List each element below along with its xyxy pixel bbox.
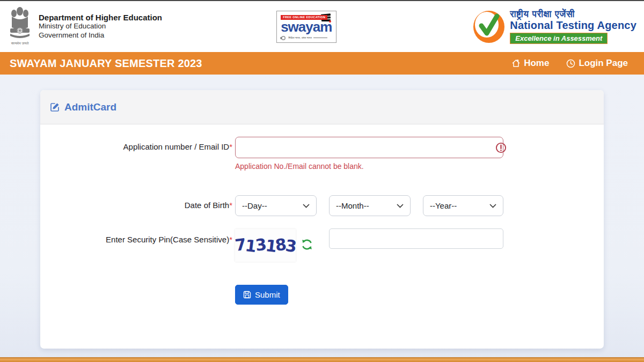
admit-card-title: AdmitCard	[64, 101, 116, 113]
application-number-input[interactable]	[235, 137, 503, 158]
nav-link-login-page[interactable]: Login Page	[566, 58, 628, 69]
nta-logo-block: राष्ट्रीय परीक्षा एजेंसी National Testin…	[472, 9, 636, 44]
captcha-image: 713183	[235, 229, 296, 262]
security-pin-input[interactable]	[329, 228, 503, 249]
nta-hindi-title: राष्ट्रीय परीक्षा एजेंसी	[510, 9, 575, 20]
india-emblem-icon: सत्यमेव जयते	[8, 6, 32, 48]
nav-link-home[interactable]: Home	[511, 58, 549, 69]
country-title: Government of India	[39, 31, 162, 40]
nav-link-home-label: Home	[524, 58, 549, 69]
nta-banner: Excellence in Assessment	[510, 33, 608, 44]
day-select-value: --Day--	[242, 201, 267, 210]
swayam-tagline: शिक्षित भारत, उन्नत भारत	[288, 36, 312, 40]
nta-titles: राष्ट्रीय परीक्षा एजेंसी National Testin…	[510, 9, 636, 44]
dept-title: Department of Higher Education	[39, 13, 162, 22]
bottom-orange-bar	[0, 357, 644, 362]
security-pin-label: Enter Security Pin(Case Sensitive)*	[40, 235, 232, 244]
nav-link-login-label: Login Page	[579, 58, 628, 69]
chevron-down-icon	[489, 204, 496, 208]
pin-required-mark: *	[229, 235, 232, 244]
edit-icon	[50, 102, 60, 112]
save-icon	[243, 291, 251, 299]
year-select-value: --Year--	[430, 201, 457, 210]
navbar: SWAYAM JANUARY SEMESTER 2023 Home Login …	[0, 52, 644, 75]
security-pin-label-text: Enter Security Pin(Case Sensitive)	[106, 235, 229, 244]
application-error-message: Application No./Email cannot be blank.	[235, 162, 364, 171]
dob-required-mark: *	[229, 201, 232, 210]
svg-text:सत्यमेव जयते: सत्यमेव जयते	[11, 41, 30, 45]
nta-english-title: National Testing Agency	[510, 19, 636, 32]
government-logo-block: सत्यमेव जयते Department of Higher Educat…	[8, 6, 162, 48]
swayam-wordmark: swayam	[281, 19, 332, 35]
ministry-title: Ministry of Education	[39, 22, 162, 31]
refresh-captcha-icon[interactable]	[301, 239, 313, 250]
navbar-title: SWAYAM JANUARY SEMESTER 2023	[10, 57, 202, 70]
chevron-down-icon	[303, 204, 310, 208]
admit-card-header: AdmitCard	[40, 90, 604, 124]
day-select[interactable]: --Day--	[235, 195, 317, 216]
site-header: सत्यमेव जयते Department of Higher Educat…	[0, 1, 644, 52]
main-content: AdmitCard Application number / Email ID*…	[0, 75, 644, 357]
application-label: Application number / Email ID*	[40, 142, 232, 151]
plug-icon	[280, 36, 287, 40]
home-icon	[511, 59, 521, 68]
submit-button-label: Submit	[255, 290, 280, 299]
nav-links: Home Login Page	[511, 58, 628, 69]
nta-check-logo-icon	[472, 10, 506, 44]
submit-button[interactable]: Submit	[235, 285, 288, 305]
admit-card-panel: AdmitCard Application number / Email ID*…	[40, 90, 604, 349]
error-warning-icon	[495, 142, 507, 153]
tagline-rule	[313, 38, 327, 38]
clock-icon	[566, 59, 575, 68]
application-label-text: Application number / Email ID	[123, 142, 230, 151]
dob-label-text: Date of Birth	[185, 201, 229, 210]
application-required-mark: *	[229, 142, 232, 151]
chevron-down-icon	[397, 204, 404, 208]
dob-label: Date of Birth*	[40, 201, 232, 210]
month-select[interactable]: --Month--	[329, 195, 411, 216]
year-select[interactable]: --Year--	[423, 195, 503, 216]
captcha-text: 713183	[235, 236, 296, 255]
swayam-logo: FREE ONLINE EDUCATION swayam शिक्षित भार…	[276, 11, 336, 43]
month-select-value: --Month--	[336, 201, 369, 210]
swayam-tagline-row: शिक्षित भारत, उन्नत भारत	[280, 36, 327, 40]
government-titles: Department of Higher Education Ministry …	[39, 13, 162, 40]
